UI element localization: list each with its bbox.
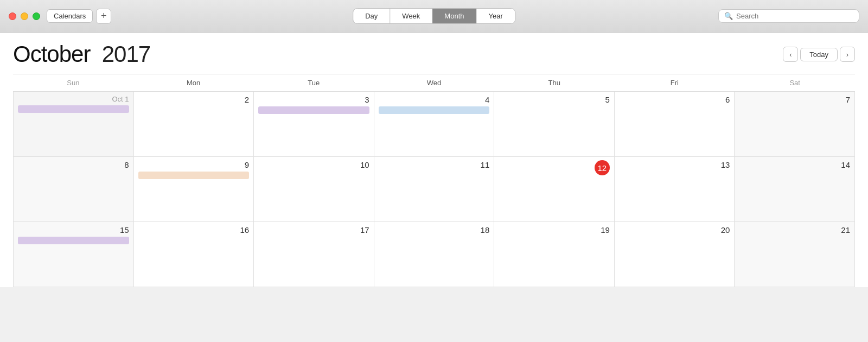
next-button[interactable]: › [840,47,855,62]
date-number: 8 [18,160,129,169]
table-row[interactable]: 12 [494,157,615,222]
event-bar[interactable] [18,105,129,113]
day-header-mon: Mon [133,74,254,91]
today-button[interactable]: Today [800,48,838,61]
table-row[interactable]: 19 [494,222,615,287]
date-number: 6 [619,95,730,104]
table-row[interactable]: Oct 1 [14,92,134,157]
date-number: 15 [18,225,129,235]
date-number: 16 [138,225,250,235]
date-number: 4 [379,95,490,104]
date-number: 9 [138,160,250,169]
date-number: 20 [619,225,730,235]
today-badge: 12 [595,160,610,175]
date-number: 3 [258,95,369,104]
view-year-button[interactable]: Year [476,9,514,23]
day-header-tue: Tue [253,74,374,91]
table-row[interactable]: 8 [14,157,134,222]
date-number: 21 [739,225,850,235]
event-bar[interactable] [138,172,250,179]
day-header-thu: Thu [494,74,615,91]
date-number: 14 [739,160,850,169]
maximize-button[interactable] [33,12,40,20]
table-row[interactable]: 9 [134,157,254,222]
table-row[interactable]: 14 [735,157,855,222]
view-week-button[interactable]: Week [390,9,432,23]
week-2: 8 9 10 11 12 13 14 [13,157,855,222]
day-header-sun: Sun [13,74,133,91]
minimize-button[interactable] [21,12,28,20]
date-number: 11 [379,160,490,169]
calendar-area: October 2017 ‹ Today › Sun Mon Tue Wed T… [0,33,868,287]
table-row[interactable]: 10 [254,157,374,222]
search-box[interactable]: 🔍 [718,9,859,23]
search-icon: 🔍 [724,12,733,20]
day-header-wed: Wed [374,74,494,91]
date-number: Oct 1 [18,95,129,103]
view-day-button[interactable]: Day [353,9,390,23]
view-month-button[interactable]: Month [432,9,476,23]
month-header: October 2017 ‹ Today › [13,41,855,74]
date-number: 13 [619,160,730,169]
table-row[interactable]: 18 [374,222,495,287]
table-row[interactable]: 4 [374,92,495,157]
calendars-button[interactable]: Calendars [47,9,93,23]
table-row[interactable]: 15 [14,222,134,287]
table-row[interactable]: 11 [374,157,495,222]
month-name: October [13,41,90,67]
day-headers: Sun Mon Tue Wed Thu Fri Sat [13,74,855,92]
table-row[interactable]: 21 [735,222,855,287]
table-row[interactable]: 17 [254,222,374,287]
search-input[interactable] [736,12,853,20]
table-row[interactable]: 6 [615,92,735,157]
event-bar[interactable] [18,237,129,244]
date-number: 19 [499,225,610,235]
date-number: 7 [739,95,850,104]
year-label: 2017 [102,41,150,67]
day-header-fri: Fri [615,74,735,91]
month-title: October 2017 [13,41,150,67]
table-row[interactable]: 13 [615,157,735,222]
date-number: 18 [379,225,490,235]
traffic-lights [9,12,40,20]
week-1: Oct 1 2 3 4 5 6 7 [13,92,855,157]
titlebar: Calendars + Day Week Month Year 🔍 [0,0,868,33]
table-row[interactable]: 20 [615,222,735,287]
table-row[interactable]: 16 [134,222,254,287]
table-row[interactable]: 7 [735,92,855,157]
table-row[interactable]: 5 [494,92,615,157]
week-3: 15 16 17 18 19 20 21 [13,222,855,287]
add-button[interactable]: + [96,9,111,24]
close-button[interactable] [9,12,16,20]
event-bar[interactable] [258,106,369,114]
date-number: 5 [499,95,610,104]
date-number: 10 [258,160,369,169]
nav-controls: ‹ Today › [783,47,855,62]
view-switcher: Day Week Month Year [353,8,515,24]
date-number: 17 [258,225,369,235]
date-number: 2 [138,95,250,104]
day-header-sat: Sat [735,74,855,91]
prev-button[interactable]: ‹ [783,47,798,62]
table-row[interactable]: 2 [134,92,254,157]
table-row[interactable]: 3 [254,92,374,157]
event-bar[interactable] [379,106,490,114]
